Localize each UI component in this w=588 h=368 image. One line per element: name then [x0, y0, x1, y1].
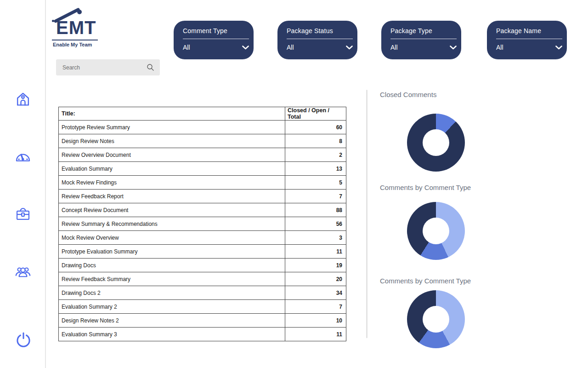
row-title: Review Feedback Summary	[59, 272, 285, 286]
filter-separator	[287, 39, 353, 39]
chart-title: Closed Comments	[380, 91, 436, 98]
row-count: 2	[285, 148, 346, 162]
table-row: Evaluation Summary 311	[59, 328, 346, 341]
search-icon	[147, 63, 154, 71]
table-row: Mock Review Overview3	[59, 231, 346, 245]
filter-label: Comment Type	[183, 27, 244, 34]
row-title: Mock Review Overview	[59, 231, 285, 245]
filter-selected-value: All	[496, 44, 503, 51]
table-row: Review Overview Document2	[59, 148, 346, 162]
table-row: Review Summary & Recommendations56	[59, 217, 346, 231]
row-title: Concept Review Document	[59, 203, 285, 217]
filter-package-name[interactable]: Package Name All	[487, 21, 567, 59]
filter-separator	[183, 39, 249, 39]
filter-label: Package Name	[496, 27, 558, 34]
briefcase-icon	[15, 206, 31, 222]
row-count: 88	[285, 203, 346, 217]
sidebar-item-logout[interactable]	[15, 331, 31, 348]
table-row: Prototype Review Summary60	[59, 121, 346, 134]
emt-logo: EMT Enable My Team	[55, 9, 106, 51]
donut-hole	[423, 129, 449, 156]
table-row: Evaluation Summary 27	[59, 300, 346, 314]
row-title: Design Review Notes	[59, 134, 285, 148]
row-title: Mock Review Findings	[59, 176, 285, 190]
donut-hole	[423, 218, 449, 244]
logo-text: EMT	[56, 17, 96, 38]
row-count: 8	[285, 134, 346, 148]
chart-title: Comments by Comment Type	[380, 184, 471, 191]
table-header-row: Title: Closed / Open / Total	[59, 107, 346, 121]
row-title: Drawing Docs 2	[59, 286, 285, 300]
sidebar-nav	[0, 0, 46, 368]
logo-underline	[52, 40, 98, 40]
filter-package-type[interactable]: Package Type All	[381, 21, 461, 59]
table-row: Design Review Notes 210	[59, 314, 346, 328]
chevron-down-icon	[346, 46, 353, 50]
row-title: Drawing Docs	[59, 259, 285, 272]
donut-chart[interactable]: 13KOther	[407, 114, 465, 172]
sidebar-item-packages[interactable]	[15, 206, 31, 222]
filter-selected-value: All	[390, 44, 398, 51]
filter-selected-value: All	[287, 44, 294, 51]
sidebar-item-users[interactable]	[15, 263, 31, 280]
table-row: Prototype Evaluation Summary11	[59, 245, 346, 259]
row-title: Evaluation Summary 2	[59, 300, 285, 314]
row-count: 3	[285, 231, 346, 245]
filter-package-status[interactable]: Package Status All	[277, 21, 357, 59]
search-box	[56, 59, 160, 75]
gauge-icon	[15, 148, 31, 165]
filter-selected-value: All	[183, 44, 190, 51]
power-icon	[15, 331, 32, 349]
chevron-down-icon	[242, 46, 249, 50]
row-count: 20	[285, 272, 346, 286]
row-count: 60	[285, 121, 346, 134]
table-row: Design Review Notes8	[59, 134, 346, 148]
vertical-divider	[366, 90, 368, 338]
sidebar-item-home[interactable]	[15, 91, 31, 108]
row-title: Review Overview Document	[59, 148, 285, 162]
row-count: 13	[285, 162, 346, 176]
table-row: Mock Review Findings5	[59, 176, 346, 190]
table-row: Evaluation Summary13	[59, 162, 346, 176]
filter-comment-type[interactable]: Comment Type All	[174, 21, 254, 59]
chevron-down-icon	[450, 46, 457, 50]
row-title: Evaluation Summary 3	[59, 328, 285, 341]
comments-summary-table: Title: Closed / Open / Total Prototype R…	[58, 107, 346, 341]
row-title: Evaluation Summary	[59, 162, 285, 176]
chart-title: Comments by Comment Type	[380, 277, 471, 285]
row-count: 19	[285, 259, 346, 272]
dashboard-page: EMT Enable My Team Comment Type All Pack…	[0, 0, 588, 368]
chevron-down-icon	[555, 46, 562, 50]
donut-hole	[423, 306, 449, 333]
filter-label: Package Type	[390, 27, 452, 34]
table-row: Drawing Docs19	[59, 259, 346, 272]
table-row: Review Feedback Report7	[59, 190, 346, 203]
column-header-title: Title:	[59, 107, 285, 121]
search-input[interactable]	[56, 59, 160, 75]
row-count: 10	[285, 314, 346, 328]
table-row: Concept Review Document88	[59, 203, 346, 217]
column-header-counts: Closed / Open / Total	[285, 107, 346, 121]
row-title: Design Review Notes 2	[59, 314, 285, 328]
filter-label: Package Status	[287, 27, 348, 34]
row-title: Prototype Review Summary	[59, 121, 285, 134]
logo-figure-head	[77, 10, 82, 14]
row-count: 34	[285, 286, 346, 300]
row-title: Prototype Evaluation Summary	[59, 245, 285, 259]
sidebar-item-dashboard[interactable]	[15, 148, 31, 165]
row-title: Review Summary & Recommendations	[59, 217, 285, 231]
comments-table-body: Prototype Review Summary60Design Review …	[59, 121, 346, 341]
row-count: 11	[285, 328, 346, 341]
home-icon	[15, 91, 31, 108]
table-row: Review Feedback Summary20	[59, 272, 346, 286]
logo-tagline: Enable My Team	[53, 42, 92, 47]
row-count: 5	[285, 176, 346, 190]
row-count: 11	[285, 245, 346, 259]
row-count: 7	[285, 190, 346, 203]
donut-chart[interactable]: Design ClarificationsSpecification Issue…	[407, 202, 465, 260]
users-icon	[15, 263, 31, 280]
donut-chart[interactable]: Missing InformationCoordination Comments…	[407, 290, 465, 348]
row-count: 7	[285, 300, 346, 314]
row-title: Review Feedback Report	[59, 190, 285, 203]
table-row: Drawing Docs 234	[59, 286, 346, 300]
